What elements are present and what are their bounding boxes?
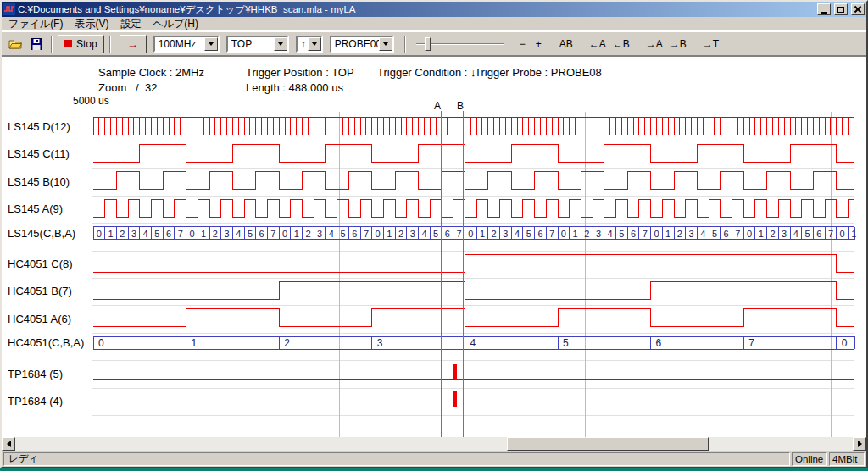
open-button[interactable]: [5, 35, 25, 53]
digital-waveform: [93, 199, 854, 217]
chevron-down-icon[interactable]: [379, 37, 392, 51]
zoom-out-button[interactable]: −: [515, 36, 530, 53]
triangle-down: [209, 42, 214, 46]
minimize-icon: [821, 12, 827, 14]
triangle-left-icon: [7, 441, 11, 447]
goto-trigger-button[interactable]: →T: [700, 36, 721, 53]
channel-label: LS145(C,B,A): [8, 227, 92, 240]
clock-select[interactable]: 100MHz: [153, 36, 220, 53]
zoom-in-button[interactable]: +: [531, 36, 546, 53]
bus-value: 0: [468, 229, 473, 239]
bus-value: 3: [377, 337, 383, 349]
client-area: Sample Clock : 2MHz Trigger Position : T…: [2, 56, 866, 437]
channel-label: HC4051 A(6): [8, 313, 92, 325]
zoom-slider-thumb[interactable]: [425, 37, 431, 51]
digital-waveform: [93, 172, 854, 190]
bus-value: 0: [376, 229, 381, 239]
zoom-slider[interactable]: [416, 36, 504, 53]
stop-button[interactable]: Stop: [58, 35, 104, 53]
bus-value: 0: [98, 337, 104, 349]
channel-label: HC4051 B(7): [8, 285, 92, 297]
menu-settings[interactable]: 設定: [114, 16, 147, 32]
chevron-down-icon[interactable]: [274, 37, 287, 51]
bus-value: 2: [398, 229, 403, 239]
digital-waveform: [93, 144, 854, 162]
bus-value: 0: [747, 229, 752, 239]
bus-value: 4: [470, 337, 476, 349]
bus-value: 7: [178, 229, 183, 239]
bus-value: 2: [492, 229, 497, 239]
bus-value: 1: [572, 229, 577, 239]
cursor-a-label[interactable]: A: [434, 100, 441, 112]
bus-value: 6: [724, 229, 729, 239]
ab-cursor-button[interactable]: AB: [557, 36, 576, 53]
menubar: ファイル(F) 表示(V) 設定 ヘルプ(H): [2, 17, 866, 31]
status-online-badge: Online: [792, 452, 827, 466]
bus-value: 6: [445, 229, 450, 239]
folder-icon: [8, 38, 22, 50]
save-button[interactable]: [26, 35, 46, 53]
trigger-position-select[interactable]: TOP: [226, 36, 289, 53]
goto-cursor-b-right-button[interactable]: →B: [667, 36, 689, 53]
bus-value: 0: [840, 229, 845, 239]
bus-value: 2: [677, 229, 682, 239]
pulse-mark: [453, 391, 457, 407]
app-window: C:¥Documents and Settings¥noname¥デスクトップ¥…: [0, 0, 868, 468]
bus-value: 1: [108, 229, 113, 239]
bus-value: 2: [120, 229, 125, 239]
right-arrow-icon: →: [127, 38, 139, 50]
bus-value: 0: [189, 229, 194, 239]
menu-help[interactable]: ヘルプ(H): [147, 16, 204, 32]
menu-view[interactable]: 表示(V): [69, 16, 114, 32]
channel-label: LS145 B(10): [8, 175, 92, 188]
trigger-edge-select[interactable]: ↑: [296, 36, 323, 53]
waveform-canvas[interactable]: 0123456701234567012345670123456701234567…: [2, 57, 866, 437]
bus-value: 1: [201, 229, 206, 239]
strobe-waveform: [93, 117, 854, 135]
maximize-icon: [837, 7, 844, 13]
run-button[interactable]: →: [120, 35, 147, 53]
close-button[interactable]: [851, 3, 865, 15]
scroll-right-button[interactable]: [853, 437, 866, 451]
bus-value: 6: [259, 229, 264, 239]
floppy-icon: [31, 38, 42, 50]
scroll-left-button[interactable]: [2, 437, 15, 451]
titlebar[interactable]: C:¥Documents and Settings¥noname¥デスクトップ¥…: [2, 2, 866, 17]
bus-value: 6: [656, 337, 662, 349]
bus-value: 4: [608, 229, 613, 239]
probe-select[interactable]: PROBE00: [330, 36, 394, 53]
bus-value: 7: [456, 229, 461, 239]
bus-value: 2: [584, 229, 589, 239]
bus-value: 3: [688, 229, 693, 239]
bus-value: 5: [433, 229, 438, 239]
channel-label: TP1684 (4): [8, 395, 92, 407]
chevron-down-icon[interactable]: [204, 37, 218, 51]
horizontal-scrollbar[interactable]: [2, 437, 866, 451]
bus-value: 2: [213, 229, 218, 239]
maximize-button[interactable]: [834, 3, 848, 15]
minimize-button[interactable]: [817, 3, 831, 15]
channel-label: LS145 D(12): [8, 120, 92, 133]
scrollbar-track[interactable]: [15, 437, 853, 451]
cursor-b-label[interactable]: B: [457, 100, 464, 112]
bus-value: 3: [503, 229, 508, 239]
goto-cursor-b-left-button[interactable]: ←B: [610, 36, 632, 53]
bus-value: 7: [549, 229, 554, 239]
scrollbar-thumb[interactable]: [507, 437, 709, 451]
bus-value: 0: [561, 229, 566, 239]
menu-file[interactable]: ファイル(F): [3, 16, 69, 32]
goto-cursor-a-right-button[interactable]: →A: [643, 36, 665, 53]
bus-value: 4: [236, 229, 241, 239]
bus-value: 7: [643, 229, 648, 239]
bus-value: 6: [166, 229, 171, 239]
goto-cursor-a-left-button[interactable]: ←A: [587, 36, 609, 53]
chevron-down-icon[interactable]: [308, 37, 321, 51]
bus-value: 2: [305, 229, 310, 239]
pulse-mark: [453, 364, 457, 380]
bus-value: 0: [282, 229, 287, 239]
stop-icon: [64, 40, 72, 47]
bus-value: 3: [782, 229, 787, 239]
bus-value: 5: [619, 229, 624, 239]
bus-value: 1: [851, 229, 856, 239]
stop-label: Stop: [76, 38, 97, 50]
